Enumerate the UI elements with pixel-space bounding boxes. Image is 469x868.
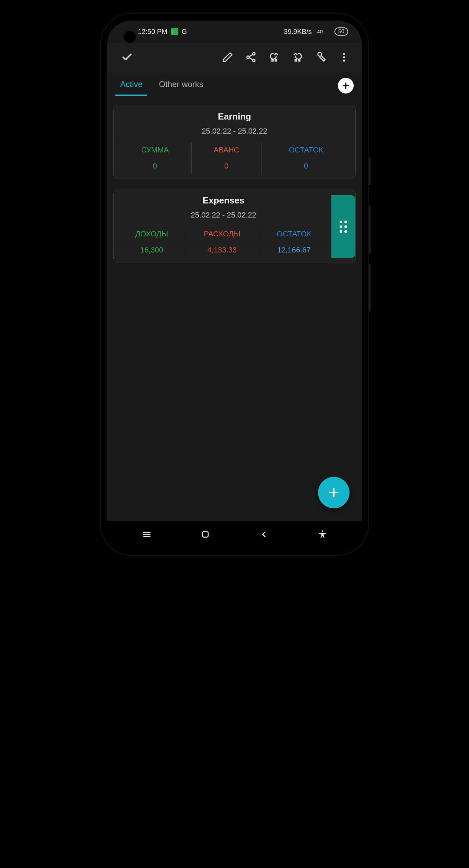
nav-recents-button[interactable]	[137, 524, 157, 545]
earning-value-sum: 0	[118, 158, 191, 174]
nav-back-button[interactable]	[254, 524, 274, 545]
status-netspeed: 39.9KB/s	[284, 28, 312, 36]
earning-table: СУММА АВАНС ОСТАТОК 0 0 0	[118, 142, 351, 174]
status-g: G	[182, 28, 187, 36]
side-button-2	[369, 206, 371, 253]
app-indicator-icon: ⬚	[171, 28, 178, 35]
toolbar	[107, 42, 362, 72]
svg-point-10	[343, 60, 345, 62]
expenses-header-expense: РАСХОДЫ	[185, 226, 259, 242]
tabs-row: Active Other works	[107, 72, 362, 96]
expenses-drag-handle[interactable]	[331, 195, 355, 258]
status-left: 12:50 PM ⬚ G	[138, 28, 187, 36]
svg-rect-4	[271, 59, 274, 62]
phone-frame: 12:50 PM ⬚ G 39.9KB/s 4G 50	[101, 14, 368, 555]
svg-point-12	[321, 530, 323, 532]
more-button[interactable]	[334, 47, 354, 67]
card-expenses-title: Expenses	[118, 195, 329, 206]
expenses-header-remain: ОСТАТОК	[259, 226, 329, 242]
expenses-value-income: 16,300	[118, 242, 185, 258]
tab-other-works[interactable]: Other works	[154, 75, 208, 96]
earning-header-remain: ОСТАТОК	[261, 142, 351, 158]
svg-rect-5	[275, 59, 277, 62]
card-expenses-dates: 25.02.22 - 25.02.22	[118, 211, 329, 220]
add-tab-button[interactable]	[338, 78, 354, 94]
confirm-button[interactable]	[117, 47, 137, 67]
expenses-value-expense: 4,133.33	[185, 242, 259, 258]
card-earning[interactable]: Earning 25.02.22 - 25.02.22 СУММА АВАНС …	[113, 105, 356, 179]
settings-button[interactable]	[310, 47, 331, 67]
expenses-value-remain: 12,166.67	[259, 242, 329, 258]
svg-point-8	[343, 53, 345, 55]
earning-value-advance: 0	[191, 158, 261, 174]
content-area[interactable]: Earning 25.02.22 - 25.02.22 СУММА АВАНС …	[107, 96, 362, 521]
card-expenses[interactable]: Expenses 25.02.22 - 25.02.22 ДОХОДЫ РАСХ…	[113, 189, 356, 263]
svg-rect-7	[298, 59, 300, 62]
camera-hole	[124, 31, 136, 43]
battery-indicator: 50	[334, 27, 348, 36]
system-nav-bar	[107, 521, 362, 548]
expenses-table: ДОХОДЫ РАСХОДЫ ОСТАТОК 16,300 4,133.33 1…	[118, 226, 329, 258]
import-button[interactable]	[264, 47, 284, 67]
status-bar: 12:50 PM ⬚ G 39.9KB/s 4G 50	[107, 21, 362, 42]
nav-home-button[interactable]	[195, 524, 216, 545]
screen: 12:50 PM ⬚ G 39.9KB/s 4G 50	[107, 21, 362, 548]
export-button[interactable]	[287, 47, 308, 67]
side-button-1	[369, 158, 371, 185]
add-fab-button[interactable]	[318, 477, 350, 508]
earning-header-advance: АВАНС	[191, 142, 261, 158]
card-earning-dates: 25.02.22 - 25.02.22	[118, 127, 351, 136]
status-nettype: 4G	[317, 29, 324, 34]
svg-rect-11	[202, 532, 208, 537]
earning-value-remain: 0	[261, 158, 351, 174]
drag-handle-icon	[340, 221, 347, 233]
tab-active[interactable]: Active	[115, 75, 147, 96]
svg-rect-6	[295, 59, 297, 62]
side-button-3	[369, 264, 371, 312]
status-time: 12:50 PM	[138, 28, 167, 36]
expenses-header-income: ДОХОДЫ	[118, 226, 185, 242]
edit-button[interactable]	[217, 47, 238, 67]
share-button[interactable]	[241, 47, 261, 67]
svg-point-9	[343, 56, 345, 58]
nav-accessibility-button[interactable]	[312, 524, 333, 545]
status-right: 39.9KB/s 4G 50	[284, 27, 348, 36]
earning-header-sum: СУММА	[118, 142, 191, 158]
card-earning-title: Earning	[118, 111, 351, 122]
